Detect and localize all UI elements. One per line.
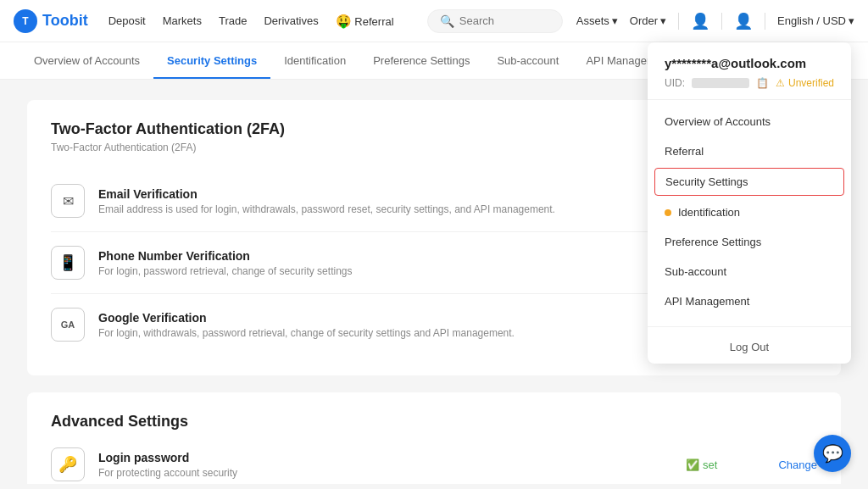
tab-overview-accounts[interactable]: Overview of Accounts <box>20 42 153 79</box>
top-navigation: T Toobit Deposit Markets Trade Derivativ… <box>0 0 868 42</box>
phone-desc: For login, password retrieval, change of… <box>98 265 718 277</box>
email-icon: ✉ <box>51 184 85 218</box>
google-auth-icon: GA <box>51 308 85 342</box>
logout-button[interactable]: Log Out <box>648 331 851 364</box>
nav-right: Assets ▾ Order ▾ 👤 👤 English / USD ▾ <box>576 12 854 31</box>
nav-derivatives[interactable]: Derivatives <box>264 14 318 27</box>
dropdown-items-list: Overview of Accounts Referral Security S… <box>648 100 851 323</box>
login-password-status: ✅ set <box>686 458 717 471</box>
order-button[interactable]: Order ▾ <box>630 14 666 27</box>
login-password-status-text: set <box>703 458 717 471</box>
email-info: Email Verification Email address is used… <box>98 187 687 215</box>
advanced-settings-card: Advanced Settings 🔑 Login password For p… <box>27 392 841 484</box>
google-name: Google Verification <box>98 311 718 325</box>
login-password-item: 🔑 Login password For protecting account … <box>51 434 817 484</box>
tab-security-settings[interactable]: Security Settings <box>153 42 270 79</box>
dropdown-email: y********a@outlook.com <box>665 56 834 70</box>
dropdown-item-preference[interactable]: Preference Settings <box>648 227 851 257</box>
dropdown-item-referral[interactable]: Referral <box>648 136 851 166</box>
nav-divider3 <box>765 13 765 30</box>
logo-icon: T <box>14 9 37 33</box>
language-chevron-icon: ▾ <box>849 14 854 27</box>
phone-icon: 📱 <box>51 246 85 280</box>
unverified-text: Unverified <box>788 77 834 89</box>
assets-chevron-icon: ▾ <box>612 14 618 27</box>
login-password-icon: 🔑 <box>51 447 85 481</box>
dropdown-divider <box>648 326 851 327</box>
nav-deposit[interactable]: Deposit <box>108 14 146 27</box>
assets-button[interactable]: Assets ▾ <box>576 14 618 27</box>
nav-divider2 <box>721 13 722 30</box>
phone-name: Phone Number Verification <box>98 249 718 263</box>
dropdown-uid-row: UID: 📋 ⚠ Unverified <box>665 77 834 89</box>
login-password-info: Login password For protecting account se… <box>98 451 672 479</box>
dropdown-item-identification[interactable]: Identification <box>648 197 851 227</box>
chat-icon: 💬 <box>822 443 843 464</box>
nav-divider <box>678 13 679 30</box>
nav-markets[interactable]: Markets <box>163 14 202 27</box>
tab-preference-settings[interactable]: Preference Settings <box>359 42 483 79</box>
uid-label: UID: <box>665 77 685 89</box>
dropdown-header: y********a@outlook.com UID: 📋 ⚠ Unverifi… <box>648 42 851 100</box>
search-input[interactable] <box>459 14 550 27</box>
search-box[interactable]: 🔍 <box>427 9 563 33</box>
email-desc: Email address is used for login, withdra… <box>98 203 687 215</box>
logo-text: Toobit <box>42 12 88 30</box>
tab-sub-account[interactable]: Sub-account <box>483 42 572 79</box>
google-desc: For login, withdrawals, password retriev… <box>98 327 718 339</box>
change-password-button[interactable]: Change <box>778 458 817 471</box>
nav-links: Deposit Markets Trade Derivatives 🤑 Refe… <box>108 14 427 29</box>
unverified-badge: ⚠ Unverified <box>776 77 834 89</box>
email-name: Email Verification <box>98 187 687 201</box>
dropdown-item-subaccount[interactable]: Sub-account <box>648 257 851 286</box>
account-icon-button[interactable]: 👤 <box>734 12 753 31</box>
dropdown-item-overview[interactable]: Overview of Accounts <box>648 107 851 136</box>
identification-dot-icon <box>665 209 671 216</box>
google-info: Google Verification For login, withdrawa… <box>98 311 718 339</box>
tab-identification[interactable]: Identification <box>270 42 359 79</box>
chat-button[interactable]: 💬 <box>814 435 851 472</box>
dropdown-item-api[interactable]: API Management <box>648 286 851 316</box>
order-chevron-icon: ▾ <box>660 14 666 27</box>
nav-referral[interactable]: 🤑 Referral <box>336 14 394 29</box>
set-checkmark-icon: ✅ <box>686 458 699 471</box>
advanced-settings-title: Advanced Settings <box>51 413 817 431</box>
warning-icon: ⚠ <box>776 77 785 89</box>
referral-emoji: 🤑 <box>336 14 352 28</box>
user-dropdown-menu: y********a@outlook.com UID: 📋 ⚠ Unverifi… <box>648 42 851 364</box>
uid-value <box>692 78 749 88</box>
uid-copy-icon[interactable]: 📋 <box>756 77 769 89</box>
nav-trade[interactable]: Trade <box>219 14 247 27</box>
user-avatar-button[interactable]: 👤 <box>691 12 709 31</box>
logo[interactable]: T Toobit <box>14 9 88 33</box>
language-button[interactable]: English / USD ▾ <box>777 14 854 27</box>
dropdown-item-security[interactable]: Security Settings <box>654 168 844 196</box>
search-icon: 🔍 <box>440 14 454 28</box>
login-password-name: Login password <box>98 451 672 464</box>
login-password-desc: For protecting account security <box>98 467 672 479</box>
phone-info: Phone Number Verification For login, pas… <box>98 249 718 277</box>
user-icon: 👤 <box>691 12 709 31</box>
